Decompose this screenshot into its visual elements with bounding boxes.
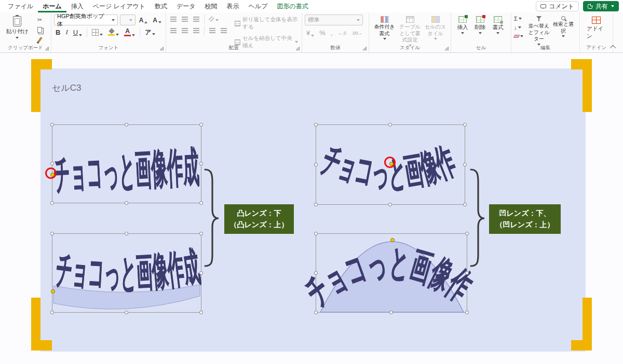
- orientation-button[interactable]: [208, 17, 220, 22]
- selection-handle[interactable]: [314, 123, 318, 127]
- selection-handle[interactable]: [465, 232, 469, 235]
- tab-view[interactable]: 表示: [222, 0, 244, 12]
- align-right-button[interactable]: [192, 27, 201, 34]
- wordart-concave-top[interactable]: チョコっと画像作成: [316, 124, 465, 205]
- font-color-button[interactable]: A: [123, 27, 137, 37]
- selection-handle[interactable]: [463, 123, 467, 127]
- selection-handle[interactable]: [125, 123, 128, 127]
- selection-handle[interactable]: [50, 311, 54, 314]
- selection-handle[interactable]: [314, 271, 318, 275]
- shape-adjust-handle[interactable]: [51, 289, 55, 293]
- selection-handle[interactable]: [50, 162, 54, 165]
- copy-button[interactable]: [35, 25, 45, 34]
- insert-cells-button[interactable]: 挿入: [454, 15, 471, 34]
- selection-handle[interactable]: [199, 123, 203, 127]
- decrease-indent-button[interactable]: [208, 27, 217, 34]
- fill-color-button[interactable]: [106, 29, 120, 36]
- wordart-plain-top[interactable]: チョコっと画像作成: [52, 124, 201, 203]
- increase-indent-button[interactable]: [219, 27, 228, 34]
- bold-button[interactable]: B: [54, 28, 62, 37]
- decrease-decimal-button[interactable]: .00→: [350, 30, 364, 36]
- selection-handle[interactable]: [314, 311, 318, 314]
- grow-font-button[interactable]: A: [138, 17, 150, 24]
- selection-handle[interactable]: [50, 201, 54, 205]
- dialog-launcher-icon[interactable]: [45, 47, 49, 50]
- selection-handle[interactable]: [388, 123, 392, 127]
- number-format-combo[interactable]: 標準: [305, 15, 363, 25]
- wrap-text-button[interactable]: 折り返して全体を表示する: [234, 16, 299, 31]
- font-name-combo[interactable]: HGP創英角ポップ体: [54, 15, 118, 25]
- tab-file[interactable]: ファイル: [3, 0, 38, 12]
- format-as-table-button[interactable]: テーブルとして書式設定: [397, 15, 423, 47]
- paste-button[interactable]: 貼り付け: [3, 15, 32, 40]
- tab-review[interactable]: 校閲: [200, 0, 222, 12]
- find-select-button[interactable]: 検索と選択: [552, 15, 575, 37]
- callout-convex-label[interactable]: 凸レンズ：下 （凸レンズ：上）: [224, 204, 294, 234]
- percent-button[interactable]: %: [318, 29, 327, 37]
- conditional-formatting-button[interactable]: 条件付き書式: [372, 15, 397, 40]
- borders-button[interactable]: [90, 29, 104, 36]
- selection-handle[interactable]: [199, 201, 203, 205]
- selection-handle[interactable]: [463, 203, 467, 206]
- delete-cells-button[interactable]: 削除: [471, 15, 489, 34]
- shrink-font-button[interactable]: A: [151, 17, 163, 24]
- autosum-button[interactable]: Σ: [514, 15, 523, 22]
- tab-help[interactable]: ヘルプ: [244, 0, 273, 12]
- accounting-format-button[interactable]: ¥: [305, 29, 316, 37]
- selection-handle[interactable]: [465, 271, 469, 275]
- selection-handle[interactable]: [465, 311, 469, 314]
- selection-handle[interactable]: [125, 201, 128, 205]
- addins-button[interactable]: アドイン: [583, 15, 610, 40]
- align-center-button[interactable]: [180, 27, 189, 34]
- align-top-button[interactable]: [169, 16, 178, 22]
- selection-handle[interactable]: [199, 162, 203, 165]
- selection-handle[interactable]: [199, 271, 203, 275]
- wordart-convex-bottom[interactable]: チョコっと画像作成: [52, 233, 201, 313]
- font-size-combo[interactable]: [120, 15, 136, 25]
- selection-handle[interactable]: [125, 311, 128, 314]
- dialog-launcher-icon[interactable]: [445, 47, 449, 50]
- selection-handle[interactable]: [314, 203, 318, 206]
- tab-page-layout[interactable]: ページ レイアウト: [88, 0, 150, 12]
- selection-handle[interactable]: [314, 163, 318, 166]
- dialog-launcher-icon[interactable]: [160, 47, 164, 50]
- selection-handle[interactable]: [314, 232, 318, 235]
- dialog-launcher-icon[interactable]: [363, 47, 367, 50]
- comma-style-button[interactable]: ,: [329, 29, 334, 37]
- selection-handle[interactable]: [199, 311, 203, 314]
- underline-button[interactable]: U: [72, 28, 84, 37]
- format-cells-button[interactable]: 書式: [489, 15, 507, 34]
- selection-handle[interactable]: [125, 232, 128, 235]
- cut-button[interactable]: ✂: [35, 16, 45, 24]
- svg-text:チョコっと画像作成: チョコっと画像作成: [52, 144, 200, 197]
- fill-button[interactable]: ↓: [514, 23, 523, 31]
- selection-handle[interactable]: [389, 311, 393, 314]
- comments-button[interactable]: コメント: [536, 1, 579, 11]
- selection-handle[interactable]: [199, 232, 203, 235]
- italic-button[interactable]: I: [64, 27, 69, 37]
- tab-insert[interactable]: 挿入: [66, 0, 88, 12]
- align-middle-button[interactable]: [180, 16, 189, 22]
- wordart-dome-bottom[interactable]: チョコっと画像作成: [316, 233, 467, 313]
- sort-filter-button[interactable]: 並べ替えとフィルター: [526, 15, 552, 46]
- selection-handle[interactable]: [463, 163, 467, 166]
- worksheet-canvas[interactable]: セルC3 チョコっと画像作成 チョコっと画像作成: [0, 53, 623, 364]
- cell-styles-button[interactable]: セルのスタイル: [423, 15, 448, 40]
- phonetic-guide-button[interactable]: ア: [143, 29, 157, 36]
- tab-formulas[interactable]: 数式: [150, 0, 172, 12]
- tab-data[interactable]: データ: [172, 0, 200, 12]
- tab-shape-format[interactable]: 図形の書式: [272, 0, 313, 12]
- align-bottom-button[interactable]: [192, 16, 201, 22]
- align-left-button[interactable]: [169, 27, 178, 34]
- clear-button[interactable]: [514, 32, 523, 40]
- share-button[interactable]: 共有: [583, 1, 619, 11]
- callout-concave-label[interactable]: 凹レンズ：下、 （凹レンズ：上）: [489, 204, 561, 234]
- selection-handle[interactable]: [388, 203, 392, 206]
- dialog-launcher-icon[interactable]: [296, 47, 300, 50]
- increase-decimal-button[interactable]: ←.0: [336, 30, 348, 36]
- shape-adjust-handle[interactable]: [390, 238, 395, 242]
- selection-handle[interactable]: [50, 232, 54, 235]
- format-painter-button[interactable]: [35, 35, 45, 44]
- selection-handle[interactable]: [50, 123, 54, 127]
- tab-home[interactable]: ホーム: [38, 0, 66, 12]
